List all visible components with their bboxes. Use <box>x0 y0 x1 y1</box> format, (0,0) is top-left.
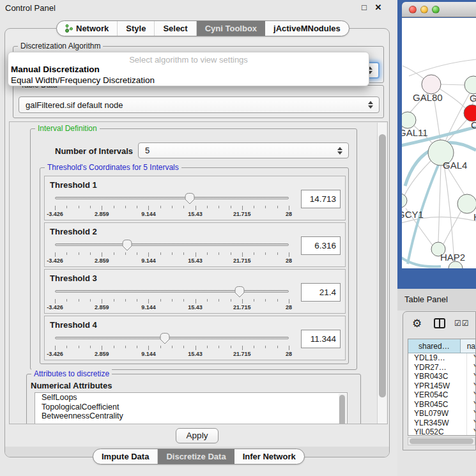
cell-name[interactable]: YER0 <box>467 390 475 400</box>
number-of-intervals-label: Number of Intervals <box>55 146 133 156</box>
network-node[interactable] <box>402 112 416 128</box>
table-row[interactable]: YER054CYER0 <box>408 390 475 400</box>
table-row[interactable]: YLR345WYLR3 <box>408 418 475 428</box>
cell-shared-name[interactable]: YLR345W <box>408 418 467 428</box>
table-row[interactable]: YPR145WYPR1 <box>408 381 475 391</box>
network-node[interactable] <box>422 75 441 94</box>
network-node[interactable] <box>464 76 476 94</box>
slider-track[interactable] <box>55 243 289 246</box>
tab-discretize-data[interactable]: Discretize Data <box>158 449 234 464</box>
tab-network[interactable]: Network <box>57 21 118 36</box>
attribute-list-item[interactable]: TopologicalCoefficient <box>35 403 347 412</box>
tab-infer-network[interactable]: Infer Network <box>234 449 304 464</box>
tab-select[interactable]: Select <box>155 21 196 36</box>
slider-ticks <box>55 252 289 257</box>
cell-name[interactable]: YBR0 <box>467 372 475 381</box>
popup-option-equal-width[interactable]: Equal Width/Frequency Discretization <box>11 75 155 85</box>
popup-option-manual[interactable]: Manual Discretization <box>11 65 100 74</box>
network-edge[interactable] <box>403 66 424 79</box>
cell-shared-name[interactable]: YDR27… <box>408 363 467 372</box>
tab-impute-data[interactable]: Impute Data <box>93 449 158 464</box>
tab-jactivemnodules[interactable]: jActiveMNodules <box>265 21 349 36</box>
threshold-slider[interactable]: -3.4262.8599.14415.4321.71528 <box>55 332 289 358</box>
slider-thumb-icon[interactable] <box>121 239 133 251</box>
threshold-value-field[interactable]: 6.316 <box>301 236 341 255</box>
table-row[interactable]: YDL19…YDL1 <box>408 353 475 363</box>
cell-shared-name[interactable]: YPR145W <box>408 381 467 391</box>
slider-thumb-icon[interactable] <box>159 332 171 344</box>
numerical-attributes-list[interactable]: SelfLoopsTopologicalCoefficientBetweenne… <box>35 392 348 424</box>
close-icon[interactable]: ✕ <box>373 3 383 12</box>
network-edge[interactable] <box>440 89 465 108</box>
tab-label: Network <box>76 21 109 36</box>
network-edge[interactable] <box>438 165 441 242</box>
close-traffic-light-icon[interactable] <box>409 6 417 13</box>
cell-shared-name[interactable]: YDL19… <box>408 353 467 363</box>
cell-shared-name[interactable]: YBR045C <box>408 400 467 410</box>
tick-label: 9.144 <box>141 211 156 217</box>
tick-label: 28 <box>286 304 292 311</box>
scrollbar-thumb[interactable] <box>410 438 473 444</box>
threshold-value-field[interactable]: 11.344 <box>301 330 341 348</box>
cell-shared-name[interactable]: YER054C <box>408 390 467 400</box>
cell-shared-name[interactable]: YBR043C <box>408 372 467 381</box>
slider-track[interactable] <box>55 337 289 339</box>
cell-name[interactable]: YPR1 <box>467 381 475 391</box>
zoom-traffic-light-icon[interactable] <box>432 6 440 13</box>
number-of-intervals-combobox[interactable]: 5 <box>138 142 349 158</box>
settings-scrollbar[interactable] <box>377 123 387 424</box>
list-scrollbar[interactable] <box>339 394 346 424</box>
table-row[interactable]: YIL052CYIL0 <box>408 427 475 436</box>
network-canvas[interactable]: GAL80GACGAL11GAL4GCY1HHAP2 <box>402 18 476 268</box>
tick-label: 2.859 <box>95 304 109 311</box>
apply-button[interactable]: Apply <box>176 428 219 443</box>
network-edge[interactable] <box>402 255 441 266</box>
top-tabstrip: NetworkStyleSelectCyni ToolboxjActiveMNo… <box>56 20 349 36</box>
minimize-traffic-light-icon[interactable] <box>420 6 428 13</box>
table-row[interactable]: YBL079WYBL0 <box>408 409 475 418</box>
cell-name[interactable]: YDL1 <box>467 353 475 363</box>
node-table[interactable]: shared… na YDL19…YDL1YDR27…YDR2YBR043CYB… <box>408 339 475 436</box>
slider-track[interactable] <box>55 197 289 199</box>
cell-name[interactable]: YBL0 <box>467 409 475 418</box>
tick-label: 15.43 <box>188 304 203 311</box>
cell-name[interactable]: YDR2 <box>467 363 475 372</box>
network-node[interactable] <box>402 194 407 208</box>
slider-thumb-icon[interactable] <box>234 286 245 298</box>
table-data-combobox[interactable]: galFiltered.sif default node <box>19 96 380 113</box>
table-hscrollbar[interactable] <box>408 437 475 445</box>
network-edge[interactable] <box>441 84 464 85</box>
slider-tick-labels: -3.4262.8599.14415.4321.71528 <box>55 351 289 358</box>
cell-name[interactable]: YBR0 <box>467 400 475 410</box>
columns-icon[interactable] <box>434 318 445 328</box>
cell-name[interactable]: YIL0 <box>467 427 475 436</box>
select-columns-icon[interactable]: ☑☑ <box>454 319 470 328</box>
network-node[interactable] <box>457 194 476 213</box>
cell-shared-name[interactable]: YBL079W <box>408 409 467 418</box>
threshold-slider[interactable]: -3.4262.8599.14415.4321.71528 <box>55 192 289 219</box>
scrollbar-thumb[interactable] <box>379 134 386 397</box>
cell-shared-name[interactable]: YIL052C <box>408 427 467 436</box>
threshold-value-field[interactable]: 21.4 <box>301 283 341 302</box>
table-row[interactable]: YDR27…YDR2 <box>408 363 475 372</box>
tab-cyni-toolbox[interactable]: Cyni Toolbox <box>197 21 265 36</box>
threshold-value-field[interactable]: 14.713 <box>301 190 341 208</box>
network-edge[interactable] <box>444 165 454 261</box>
tab-style[interactable]: Style <box>118 21 155 36</box>
table-row[interactable]: YBR045CYBR0 <box>408 400 475 410</box>
attribute-list-item[interactable]: BetweennessCentrality <box>35 411 347 421</box>
threshold-slider[interactable]: -3.4262.8599.14415.4321.71528 <box>55 238 289 265</box>
threshold-row: Threshold 2-3.4262.8599.14415.4321.71528… <box>44 222 346 267</box>
column-header-shared-name[interactable]: shared… <box>408 339 461 353</box>
threshold-slider[interactable]: -3.4262.8599.14415.4321.71528 <box>55 285 289 312</box>
attribute-list-item[interactable]: SelfLoops <box>35 393 347 403</box>
gear-icon[interactable]: ⚙ <box>412 317 422 330</box>
cell-name[interactable]: YLR3 <box>467 418 475 428</box>
slider-track[interactable] <box>55 290 289 293</box>
table-row[interactable]: YBR043CYBR0 <box>408 372 475 381</box>
slider-thumb-icon[interactable] <box>184 192 196 204</box>
network-edge[interactable] <box>409 59 476 76</box>
float-window-icon[interactable]: □ <box>359 3 369 12</box>
threshold-row: Threshold 4-3.4262.8599.14415.4321.71528… <box>44 316 346 360</box>
column-header-name[interactable]: na <box>461 339 475 353</box>
